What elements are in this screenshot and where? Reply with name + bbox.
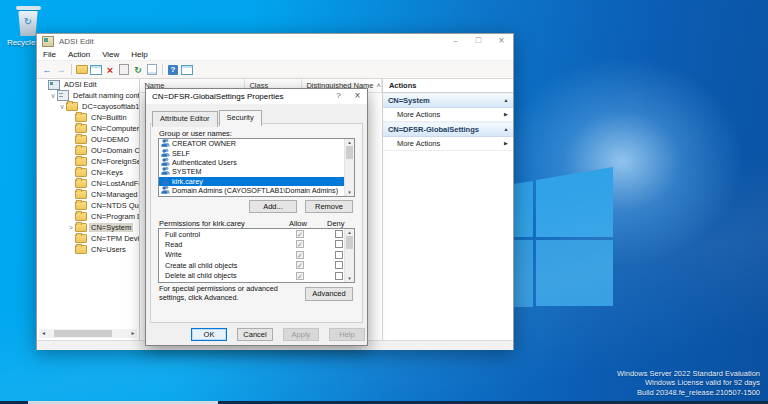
recycle-arrows-icon: ↻ xyxy=(18,17,39,27)
menu-view[interactable]: View xyxy=(96,50,125,59)
deny-checkbox[interactable] xyxy=(335,230,343,238)
forward-icon[interactable] xyxy=(54,63,68,76)
allow-checkbox[interactable] xyxy=(296,261,304,269)
allow-checkbox[interactable] xyxy=(296,251,304,259)
help-button[interactable]: Help xyxy=(329,328,365,341)
allow-checkbox[interactable] xyxy=(296,240,304,248)
scroll-down-icon[interactable] xyxy=(345,275,354,282)
apply-button[interactable]: Apply xyxy=(283,328,319,341)
dialog-help-icon[interactable] xyxy=(329,89,348,104)
remove-button[interactable]: Remove xyxy=(305,200,353,213)
group-list-item[interactable]: Domain Admins (CAYOSOFTLAB1\Domain Admin… xyxy=(159,186,344,195)
permission-row[interactable]: Create all child objects xyxy=(159,260,344,270)
menu-action[interactable]: Action xyxy=(62,50,96,59)
group-icon xyxy=(161,185,172,196)
dialog-tabs: Attribute Editor Security xyxy=(152,111,263,127)
actions-section-header[interactable]: CN=DFSR-GlobalSettings xyxy=(383,122,513,137)
up-folder-icon[interactable] xyxy=(75,63,89,76)
close-icon[interactable] xyxy=(490,34,513,48)
scrollbar-track[interactable] xyxy=(345,249,354,275)
permission-row[interactable]: Full control xyxy=(159,229,344,239)
tree-expander-icon[interactable]: > xyxy=(67,224,75,231)
collapse-icon[interactable] xyxy=(499,94,513,107)
permission-row[interactable]: Write xyxy=(159,250,344,260)
dialog-titlebar[interactable]: CN=DFSR-GlobalSettings Properties xyxy=(146,89,367,104)
tree-item[interactable]: OU=Domain Control xyxy=(37,145,139,156)
back-icon[interactable] xyxy=(40,63,54,76)
group-list-item[interactable]: SELF xyxy=(159,148,344,157)
tree-item[interactable]: CN=TPM Devices xyxy=(37,233,139,244)
tree-item[interactable]: >CN=System xyxy=(37,222,139,233)
delete-icon[interactable] xyxy=(103,63,117,76)
cancel-button[interactable]: Cancel xyxy=(237,328,273,341)
permission-row[interactable]: Delete all child objects xyxy=(159,271,344,281)
folder-icon xyxy=(75,168,87,177)
allow-checkbox[interactable] xyxy=(296,230,304,238)
actions-section-header[interactable]: CN=System xyxy=(383,93,513,108)
properties-icon[interactable] xyxy=(117,63,131,76)
group-list-item[interactable]: Authenticated Users xyxy=(159,158,344,167)
help-icon[interactable] xyxy=(166,63,180,76)
add-button[interactable]: Add... xyxy=(249,200,297,213)
tree-expander-icon[interactable]: v xyxy=(49,92,57,99)
menu-file[interactable]: File xyxy=(37,50,62,59)
menu-help[interactable]: Help xyxy=(125,50,153,59)
tree-item[interactable]: CN=NTDS Quotas xyxy=(37,200,139,211)
permissions-list-scrollbar[interactable] xyxy=(344,229,354,282)
permission-row[interactable]: Read xyxy=(159,239,344,249)
group-list-item[interactable]: SYSTEM xyxy=(159,167,344,176)
minimize-icon[interactable] xyxy=(444,34,467,48)
tree-item[interactable]: CN=ForeignSecurityP xyxy=(37,156,139,167)
actions-section-title: CN=System xyxy=(383,94,499,107)
deny-checkbox[interactable] xyxy=(335,251,343,259)
dialog-close-icon[interactable] xyxy=(348,89,367,104)
tab-security[interactable]: Security xyxy=(219,110,262,126)
show-tree-icon[interactable] xyxy=(89,63,103,76)
action-pane-icon[interactable] xyxy=(180,63,194,76)
tree-item[interactable]: OU=DEMO xyxy=(37,134,139,145)
scroll-left-icon[interactable] xyxy=(39,329,48,338)
scrollbar-thumb[interactable] xyxy=(54,330,112,337)
deny-checkbox[interactable] xyxy=(335,272,343,280)
maximize-icon[interactable] xyxy=(467,34,490,48)
scroll-up-icon[interactable] xyxy=(345,139,354,146)
scrollbar-thumb[interactable] xyxy=(346,146,353,159)
advanced-button[interactable]: Advanced xyxy=(305,287,353,301)
scrollbar-thumb[interactable] xyxy=(346,236,353,249)
ok-button[interactable]: OK xyxy=(191,328,227,341)
scrollbar-track[interactable] xyxy=(345,159,354,189)
window-titlebar[interactable]: ADSI Edit xyxy=(37,34,513,48)
tree-item[interactable]: CN=Builtin xyxy=(37,112,139,123)
tree-item[interactable]: CN=Keys xyxy=(37,167,139,178)
tree-item[interactable]: CN=Users xyxy=(37,244,139,255)
actions-section-title: CN=DFSR-GlobalSettings xyxy=(383,123,499,136)
tree-expander-icon[interactable]: v xyxy=(58,103,66,110)
properties-dialog: CN=DFSR-GlobalSettings Properties Attrib… xyxy=(145,88,368,346)
tree-item[interactable]: CN=LostAndFound xyxy=(37,178,139,189)
deny-checkbox[interactable] xyxy=(335,261,343,269)
group-list-scrollbar[interactable] xyxy=(344,139,354,196)
tab-attribute-editor[interactable]: Attribute Editor xyxy=(152,111,218,127)
collapse-icon[interactable] xyxy=(499,123,513,136)
tree-item[interactable]: CN=Managed Servic xyxy=(37,189,139,200)
actions-more-item[interactable]: More Actions xyxy=(383,108,513,122)
watermark-line: Build 20348.fe_release.210507-1500 xyxy=(617,388,760,398)
group-list-item[interactable]: CREATOR OWNER xyxy=(159,139,344,148)
export-icon[interactable] xyxy=(145,63,159,76)
tree-item[interactable]: ADSI Edit xyxy=(37,79,139,90)
tree-item[interactable]: vDefault naming context [WI xyxy=(37,90,139,101)
refresh-icon[interactable] xyxy=(131,63,145,76)
group-name: Authenticated Users xyxy=(172,158,237,167)
scroll-up-icon[interactable] xyxy=(345,229,354,236)
scroll-down-icon[interactable] xyxy=(345,189,354,196)
group-list-item[interactable]: kirk.carey xyxy=(159,177,344,186)
tree-item[interactable]: CN=Computers xyxy=(37,123,139,134)
tree-item[interactable]: vDC=cayosoftlab1,DC=co xyxy=(37,101,139,112)
dialog-buttons: OK Cancel Apply Help xyxy=(191,328,365,341)
allow-checkbox[interactable] xyxy=(296,272,304,280)
deny-checkbox[interactable] xyxy=(335,240,343,248)
scroll-right-icon[interactable] xyxy=(128,329,137,338)
tree-item[interactable]: CN=Program Data xyxy=(37,211,139,222)
actions-more-item[interactable]: More Actions xyxy=(383,137,513,151)
tree-horizontal-scrollbar[interactable] xyxy=(39,329,137,338)
